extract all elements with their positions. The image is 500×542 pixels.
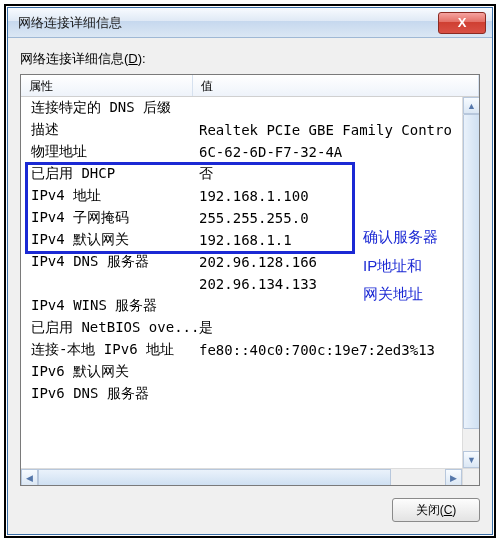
table-row[interactable]: IPv4 WINS 服务器 bbox=[21, 295, 461, 317]
dialog-button-row: 关闭(C) bbox=[20, 486, 480, 522]
chevron-down-icon: ▼ bbox=[467, 455, 476, 465]
cell-property: 物理地址 bbox=[21, 143, 193, 161]
cell-value: 202.96.128.166 bbox=[193, 254, 461, 270]
cell-value: 192.168.1.1 bbox=[193, 232, 461, 248]
table-row[interactable]: 连接-本地 IPv6 地址fe80::40c0:700c:19e7:2ed3%1… bbox=[21, 339, 461, 361]
scroll-left-button[interactable]: ◀ bbox=[21, 469, 38, 485]
window-title: 网络连接详细信息 bbox=[18, 14, 438, 32]
titlebar: 网络连接详细信息 X bbox=[8, 8, 492, 38]
table-row[interactable]: IPv4 子网掩码255.255.255.0 bbox=[21, 207, 461, 229]
horizontal-scrollbar[interactable]: ◀ ▶ bbox=[21, 468, 462, 485]
scrollbar-corner bbox=[462, 468, 479, 485]
cell-value: Realtek PCIe GBE Family Contro bbox=[193, 122, 461, 138]
cell-property: IPv4 子网掩码 bbox=[21, 209, 193, 227]
cell-property: IPv4 地址 bbox=[21, 187, 193, 205]
vertical-scroll-thumb[interactable] bbox=[463, 114, 479, 429]
table-row[interactable]: IPv4 地址192.168.1.100 bbox=[21, 185, 461, 207]
cell-property: IPv6 默认网关 bbox=[21, 363, 193, 381]
table-row[interactable]: IPv6 DNS 服务器 bbox=[21, 383, 461, 405]
cell-property: 已启用 DHCP bbox=[21, 165, 193, 183]
titlebar-close-button[interactable]: X bbox=[438, 12, 486, 34]
cell-value: 202.96.134.133 bbox=[193, 276, 461, 292]
table-row[interactable]: 连接特定的 DNS 后缀 bbox=[21, 97, 461, 119]
list-caption: 网络连接详细信息(D): bbox=[20, 50, 480, 68]
table-row[interactable]: IPv4 DNS 服务器202.96.128.166 bbox=[21, 251, 461, 273]
table-row[interactable]: 已启用 DHCP否 bbox=[21, 163, 461, 185]
table-row[interactable]: IPv4 默认网关192.168.1.1 bbox=[21, 229, 461, 251]
scroll-down-button[interactable]: ▼ bbox=[463, 451, 479, 468]
details-listview[interactable]: 属性 值 连接特定的 DNS 后缀描述Realtek PCIe GBE Fami… bbox=[20, 74, 480, 486]
list-body: 连接特定的 DNS 后缀描述Realtek PCIe GBE Family Co… bbox=[21, 97, 479, 485]
chevron-right-icon: ▶ bbox=[450, 473, 457, 483]
cell-value: 否 bbox=[193, 165, 461, 183]
table-row[interactable]: 已启用 NetBIOS ove...是 bbox=[21, 317, 461, 339]
column-header-property[interactable]: 属性 bbox=[21, 75, 193, 96]
table-row[interactable]: IPv6 默认网关 bbox=[21, 361, 461, 383]
cell-property: IPv4 DNS 服务器 bbox=[21, 253, 193, 271]
close-icon: X bbox=[458, 15, 467, 30]
table-row[interactable]: 物理地址6C-62-6D-F7-32-4A bbox=[21, 141, 461, 163]
client-area: 网络连接详细信息(D): 属性 值 连接特定的 DNS 后缀描述Realtek … bbox=[8, 38, 492, 534]
cell-property: 描述 bbox=[21, 121, 193, 139]
cell-property: 连接特定的 DNS 后缀 bbox=[21, 99, 193, 117]
chevron-left-icon: ◀ bbox=[26, 473, 33, 483]
column-header-value[interactable]: 值 bbox=[193, 75, 479, 96]
cell-value: 192.168.1.100 bbox=[193, 188, 461, 204]
cell-property: IPv6 DNS 服务器 bbox=[21, 385, 193, 403]
horizontal-scroll-thumb[interactable] bbox=[38, 469, 391, 485]
cell-property: IPv4 默认网关 bbox=[21, 231, 193, 249]
cell-property: IPv4 WINS 服务器 bbox=[21, 297, 193, 315]
cell-value: 6C-62-6D-F7-32-4A bbox=[193, 144, 461, 160]
close-button[interactable]: 关闭(C) bbox=[392, 498, 480, 522]
cell-property: 连接-本地 IPv6 地址 bbox=[21, 341, 193, 359]
table-row[interactable]: 描述Realtek PCIe GBE Family Contro bbox=[21, 119, 461, 141]
list-header: 属性 值 bbox=[21, 75, 479, 97]
scroll-right-button[interactable]: ▶ bbox=[445, 469, 462, 485]
cell-property: 已启用 NetBIOS ove... bbox=[21, 319, 193, 337]
cell-value: 255.255.255.0 bbox=[193, 210, 461, 226]
scroll-up-button[interactable]: ▲ bbox=[463, 97, 479, 114]
dialog-window: 网络连接详细信息 X 网络连接详细信息(D): 属性 值 连接特定的 DNS 后… bbox=[7, 7, 493, 535]
table-row[interactable]: 202.96.134.133 bbox=[21, 273, 461, 295]
cell-value: fe80::40c0:700c:19e7:2ed3%13 bbox=[193, 342, 461, 358]
chevron-up-icon: ▲ bbox=[467, 101, 476, 111]
cell-value: 是 bbox=[193, 319, 461, 337]
vertical-scrollbar[interactable]: ▲ ▼ bbox=[462, 97, 479, 468]
